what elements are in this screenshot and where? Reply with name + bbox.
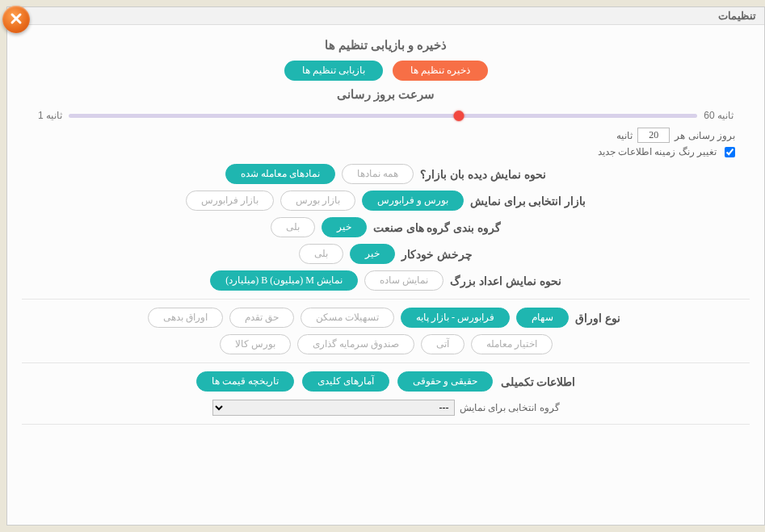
window-title: تنظیمات — [718, 10, 756, 22]
divider — [22, 299, 750, 300]
industry-label: گروه بندی گروه های صنعت — [373, 221, 502, 234]
divider — [22, 424, 750, 425]
sec-future-option[interactable]: آتی — [421, 334, 464, 354]
group-select-label: گروه انتخابی برای نمایش — [460, 402, 560, 413]
slider-min-label: ثانیه 1 — [38, 110, 62, 121]
industry-no-option[interactable]: خیر — [322, 217, 367, 237]
autorotate-label: چرخش خودکار — [401, 248, 473, 261]
divider — [22, 362, 750, 363]
restore-settings-button[interactable]: بازیابی تنظیم ها — [284, 61, 383, 81]
info-label: اطلاعات تکمیلی — [501, 375, 576, 388]
watch-mode-label: نحوه نمایش دیده بان بازار؟ — [420, 168, 546, 181]
bignum-simple-option[interactable]: نمایش ساده — [364, 270, 443, 291]
info-real-legal-option[interactable]: حقیقی و حقوقی — [397, 371, 493, 392]
refresh-every-suffix: ثانیه — [616, 130, 633, 141]
sec-commodity-option[interactable]: بورس کالا — [220, 334, 291, 354]
group-select[interactable]: --- — [212, 400, 455, 416]
watch-traded-option[interactable]: نمادهای معامله شده — [225, 164, 335, 184]
market-bourse-option[interactable]: بازار بورس — [280, 191, 355, 211]
watch-all-option[interactable]: همه نمادها — [342, 164, 414, 184]
slider-thumb[interactable] — [453, 111, 464, 121]
refresh-seconds-input[interactable] — [637, 128, 670, 143]
refresh-slider[interactable] — [69, 110, 697, 121]
market-both-option[interactable]: بورس و فرابورس — [362, 191, 464, 211]
bg-color-checkbox[interactable] — [725, 147, 735, 157]
sec-farabase-option[interactable]: فرابورس - بازار پایه — [401, 308, 510, 328]
market-label: بازار انتخابی برای نمایش — [470, 195, 586, 207]
info-price-hist-option[interactable]: تاریخچه قیمت ها — [196, 371, 294, 392]
sec-stock-option[interactable]: سهام — [516, 308, 569, 328]
sec-fund-option[interactable]: صندوق سرمایه گذاری — [297, 334, 414, 354]
window-titlebar: تنظیمات — [7, 7, 764, 25]
industry-yes-option[interactable]: بلی — [271, 217, 315, 237]
info-key-stats-option[interactable]: آمارهای کلیدی — [302, 371, 389, 392]
bg-color-label: تغییر رنگ زمینه اطلاعات جدید — [598, 146, 717, 157]
slider-track — [69, 114, 697, 118]
save-restore-heading: ذخیره و بازیابی تنظیم ها — [22, 38, 750, 52]
refresh-heading: سرعت بروز رسانی — [22, 87, 750, 102]
sec-rights-option[interactable]: حق تقدم — [229, 308, 294, 328]
close-icon — [10, 12, 23, 27]
bignum-mb-option[interactable]: نمایش M (میلیون) B (میلیارد) — [210, 270, 358, 291]
sec-debt-option[interactable]: اوراق بدهی — [148, 308, 223, 328]
sec-option-option[interactable]: اختیار معامله — [471, 334, 553, 354]
bignum-label: نحوه نمایش اعداد بزرگ — [450, 274, 561, 287]
save-settings-button[interactable]: ذخیره تنظیم ها — [393, 61, 488, 81]
slider-max-label: ثانیه 60 — [704, 110, 733, 121]
refresh-every-prefix: بروز رسانی هر — [675, 130, 735, 141]
securities-label: نوع اوراق — [575, 312, 620, 325]
sec-housing-option[interactable]: تسهیلات مسکن — [301, 308, 394, 328]
autorotate-no-option[interactable]: خیر — [350, 244, 395, 264]
autorotate-yes-option[interactable]: بلی — [299, 244, 343, 264]
close-button[interactable] — [2, 6, 30, 33]
market-fara-option[interactable]: بازار فرابورس — [186, 191, 274, 211]
